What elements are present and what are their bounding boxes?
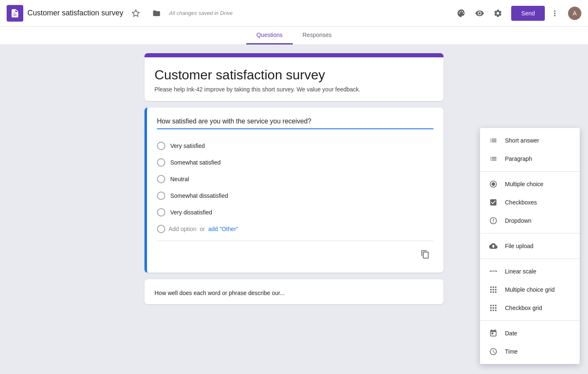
checkboxes-icon xyxy=(488,197,498,207)
menu-item-checkbox-grid-label: Checkbox grid xyxy=(505,305,542,311)
option-row: Somewhat dissatisfied xyxy=(157,187,434,204)
radio-very-satisfied xyxy=(157,142,165,150)
next-question-text: How well does each word or phrase descri… xyxy=(154,290,285,296)
radio-somewhat-dissatisfied xyxy=(157,192,165,200)
file-upload-icon xyxy=(488,241,498,251)
add-option-radio xyxy=(157,225,165,233)
svg-point-1 xyxy=(492,182,495,186)
menu-divider-2 xyxy=(480,233,580,234)
header-right: Send A xyxy=(453,5,581,22)
option-row: Somewhat satisfied xyxy=(157,154,434,171)
settings-button[interactable] xyxy=(490,5,506,22)
star-button[interactable] xyxy=(127,5,144,22)
avatar[interactable]: A xyxy=(568,7,581,20)
main-content: Customer satisfaction survey Please help… xyxy=(0,45,588,312)
tabs-bar: Questions Responses xyxy=(0,27,588,45)
menu-item-dropdown-label: Dropdown xyxy=(505,217,532,224)
question-text: How satisfied are you with the service y… xyxy=(157,118,434,129)
add-option-row: Add option or add "Other" xyxy=(157,221,434,237)
svg-point-3 xyxy=(496,271,497,272)
short-answer-icon xyxy=(488,135,498,145)
menu-item-paragraph-label: Paragraph xyxy=(505,155,532,162)
menu-item-checkboxes-label: Checkboxes xyxy=(505,199,537,206)
option-label-very-satisfied: Very satisfied xyxy=(170,143,205,149)
menu-item-multiple-choice-grid[interactable]: Multiple choice grid xyxy=(480,280,580,299)
menu-item-short-answer[interactable]: Short answer xyxy=(480,131,580,150)
add-option-text[interactable]: Add option xyxy=(169,226,196,232)
menu-item-checkboxes[interactable]: Checkboxes xyxy=(480,193,580,212)
header-left: Customer satisfaction survey All changes… xyxy=(7,5,453,22)
copy-button[interactable] xyxy=(417,246,434,263)
send-button[interactable]: Send xyxy=(511,6,545,21)
svg-point-2 xyxy=(490,271,491,272)
date-icon xyxy=(488,328,498,338)
option-label-somewhat-satisfied: Somewhat satisfied xyxy=(170,159,220,166)
svg-marker-0 xyxy=(132,10,140,16)
tab-questions[interactable]: Questions xyxy=(246,27,292,44)
app-header: Customer satisfaction survey All changes… xyxy=(0,0,588,27)
menu-item-date[interactable]: Date xyxy=(480,324,580,342)
paragraph-icon xyxy=(488,154,498,164)
time-icon xyxy=(488,347,498,357)
menu-item-date-label: Date xyxy=(505,330,517,337)
multiple-choice-icon xyxy=(488,179,498,189)
menu-item-multiple-choice-grid-label: Multiple choice grid xyxy=(505,286,555,293)
card-footer xyxy=(157,241,434,263)
multiple-choice-grid-icon xyxy=(488,285,498,295)
form-title: Customer satisfaction survey xyxy=(154,67,434,83)
option-label-somewhat-dissatisfied: Somewhat dissatisfied xyxy=(170,192,228,199)
folder-button[interactable] xyxy=(148,5,165,22)
next-question-card: How well does each word or phrase descri… xyxy=(145,279,443,304)
palette-button[interactable] xyxy=(453,5,470,22)
menu-divider-1 xyxy=(480,171,580,172)
menu-divider-3 xyxy=(480,258,580,259)
radio-somewhat-satisfied xyxy=(157,158,165,167)
dropdown-menu: Short answer Paragraph Multiple choice xyxy=(480,128,580,364)
more-options-button[interactable] xyxy=(546,5,563,22)
option-row: Neutral xyxy=(157,171,434,187)
menu-item-paragraph[interactable]: Paragraph xyxy=(480,150,580,168)
autosave-status: All changes saved in Drive xyxy=(169,10,233,16)
checkbox-grid-icon xyxy=(488,303,498,313)
menu-item-short-answer-label: Short answer xyxy=(505,137,539,144)
radio-neutral xyxy=(157,175,165,183)
menu-item-linear-scale[interactable]: Linear scale xyxy=(480,262,580,280)
radio-very-dissatisfied xyxy=(157,208,165,217)
question-card: How satisfied are you with the service y… xyxy=(145,108,443,273)
add-other-link[interactable]: add "Other" xyxy=(208,226,238,232)
menu-item-file-upload[interactable]: File upload xyxy=(480,237,580,255)
tab-responses[interactable]: Responses xyxy=(293,27,342,44)
menu-item-multiple-choice-label: Multiple choice xyxy=(505,181,544,187)
menu-item-time-label: Time xyxy=(505,348,518,355)
form-description: Please help Ink-42 improve by taking thi… xyxy=(154,86,434,93)
menu-item-file-upload-label: File upload xyxy=(505,243,534,249)
add-option-separator: or xyxy=(200,226,205,232)
menu-item-dropdown[interactable]: Dropdown xyxy=(480,212,580,230)
menu-item-linear-scale-label: Linear scale xyxy=(505,268,537,275)
option-row: Very satisfied xyxy=(157,138,434,154)
linear-scale-icon xyxy=(488,266,498,276)
menu-item-checkbox-grid[interactable]: Checkbox grid xyxy=(480,299,580,317)
dropdown-icon xyxy=(488,216,498,226)
form-container: Customer satisfaction survey Please help… xyxy=(145,53,443,304)
form-header-card: Customer satisfaction survey Please help… xyxy=(145,53,443,101)
menu-divider-4 xyxy=(480,320,580,321)
app-icon xyxy=(7,5,23,22)
menu-item-multiple-choice[interactable]: Multiple choice xyxy=(480,175,580,193)
option-label-neutral: Neutral xyxy=(170,176,189,182)
option-label-very-dissatisfied: Very dissatisfied xyxy=(170,209,212,216)
menu-item-time[interactable]: Time xyxy=(480,342,580,361)
preview-button[interactable] xyxy=(471,5,488,22)
document-title: Customer satisfaction survey xyxy=(27,9,123,17)
option-row: Very dissatisfied xyxy=(157,204,434,221)
